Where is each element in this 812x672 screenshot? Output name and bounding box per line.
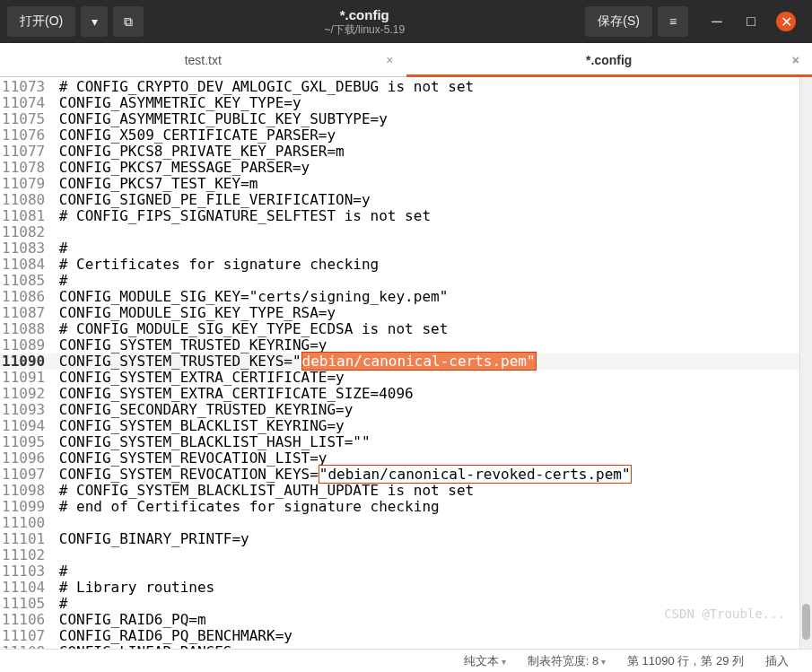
editor-line[interactable]: 11098 # CONFIG_SYSTEM_BLACKLIST_AUTH_UPD…: [0, 483, 812, 499]
line-number: 11098: [0, 483, 50, 499]
editor-line[interactable]: 11086 CONFIG_MODULE_SIG_KEY="certs/signi…: [0, 289, 812, 305]
editor-line[interactable]: 11100: [0, 515, 812, 531]
save-button[interactable]: 保存(S): [585, 6, 652, 37]
line-content[interactable]: # CONFIG_SYSTEM_BLACKLIST_AUTH_UPDATE is…: [50, 483, 812, 499]
editor-area[interactable]: CSDN @Trouble... 11073 # CONFIG_CRYPTO_D…: [0, 77, 812, 649]
editor-line[interactable]: 11091 CONFIG_SYSTEM_EXTRA_CERTIFICATE=y: [0, 370, 812, 386]
open-dropdown-button[interactable]: ▾: [81, 6, 108, 37]
line-content[interactable]: CONFIG_SYSTEM_EXTRA_CERTIFICATE_SIZE=409…: [50, 386, 812, 402]
editor-line[interactable]: 11083 #: [0, 240, 812, 257]
line-content[interactable]: #: [50, 596, 812, 612]
vertical-scrollbar[interactable]: [799, 77, 812, 649]
line-content[interactable]: CONFIG_ASYMMETRIC_PUBLIC_KEY_SUBTYPE=y: [50, 111, 812, 127]
editor-line[interactable]: 11107 CONFIG_RAID6_PQ_BENCHMARK=y: [0, 628, 812, 644]
editor-line[interactable]: 11082: [0, 224, 812, 240]
line-content[interactable]: CONFIG_RAID6_PQ_BENCHMARK=y: [50, 628, 812, 644]
line-content[interactable]: CONFIG_SECONDARY_TRUSTED_KEYRING=y: [50, 402, 812, 418]
window-title-area: *.config ~/下载/linux-5.19: [149, 7, 580, 36]
editor-line[interactable]: 11094 CONFIG_SYSTEM_BLACKLIST_KEYRING=y: [0, 418, 812, 434]
tab-bar: test.txt × *.config ×: [0, 43, 812, 77]
status-syntax[interactable]: 纯文本: [455, 653, 515, 669]
editor-line[interactable]: 11093 CONFIG_SECONDARY_TRUSTED_KEYRING=y: [0, 402, 812, 418]
selection[interactable]: debian/canonical-certs.pem": [301, 352, 537, 371]
line-number: 11085: [0, 273, 50, 289]
tab-close-button[interactable]: ×: [792, 53, 799, 67]
minimize-icon: ─: [712, 13, 721, 30]
new-tab-button[interactable]: ⧉: [113, 6, 144, 37]
editor-line[interactable]: 11105 #: [0, 596, 812, 612]
editor-line[interactable]: 11102: [0, 547, 812, 563]
editor-line[interactable]: 11092 CONFIG_SYSTEM_EXTRA_CERTIFICATE_SI…: [0, 386, 812, 402]
line-content[interactable]: CONFIG_RAID6_PQ=m: [50, 612, 812, 628]
line-content[interactable]: [50, 515, 812, 531]
line-content[interactable]: # Certificates for signature checking: [50, 257, 812, 273]
editor-line[interactable]: 11078 CONFIG_PKCS7_MESSAGE_PARSER=y: [0, 160, 812, 176]
editor-line[interactable]: 11075 CONFIG_ASYMMETRIC_PUBLIC_KEY_SUBTY…: [0, 111, 812, 127]
line-content[interactable]: CONFIG_PKCS7_MESSAGE_PARSER=y: [50, 160, 812, 176]
line-content[interactable]: #: [50, 273, 812, 289]
line-content[interactable]: [50, 547, 812, 563]
line-content[interactable]: # CONFIG_MODULE_SIG_KEY_TYPE_ECDSA is no…: [50, 321, 812, 337]
editor-line[interactable]: 11076 CONFIG_X509_CERTIFICATE_PARSER=y: [0, 127, 812, 144]
minimize-button[interactable]: ─: [708, 13, 726, 31]
editor-line[interactable]: 11108 CONFIG_LINEAR_RANGES=y: [0, 644, 812, 649]
editor-line[interactable]: 11106 CONFIG_RAID6_PQ=m: [0, 612, 812, 628]
editor-line[interactable]: 11095 CONFIG_SYSTEM_BLACKLIST_HASH_LIST=…: [0, 434, 812, 450]
line-content[interactable]: CONFIG_SYSTEM_BLACKLIST_HASH_LIST="": [50, 434, 812, 450]
line-number: 11080: [0, 192, 50, 208]
line-number: 11083: [0, 240, 50, 257]
close-button[interactable]: ✕: [776, 12, 796, 31]
line-content[interactable]: CONFIG_X509_CERTIFICATE_PARSER=y: [50, 127, 812, 144]
line-number: 11106: [0, 612, 50, 628]
line-content[interactable]: [50, 224, 812, 240]
window-subtitle: ~/下载/linux-5.19: [149, 23, 580, 36]
line-content[interactable]: #: [50, 563, 812, 580]
line-content[interactable]: # Library routines: [50, 580, 812, 596]
tab-test-txt[interactable]: test.txt ×: [0, 43, 406, 76]
line-content[interactable]: CONFIG_PKCS7_TEST_KEY=m: [50, 176, 812, 192]
line-content[interactable]: CONFIG_LINEAR_RANGES=y: [50, 644, 812, 649]
line-content[interactable]: CONFIG_PKCS8_PRIVATE_KEY_PARSER=m: [50, 144, 812, 160]
line-content[interactable]: CONFIG_SYSTEM_EXTRA_CERTIFICATE=y: [50, 370, 812, 386]
line-content[interactable]: CONFIG_SYSTEM_BLACKLIST_KEYRING=y: [50, 418, 812, 434]
line-content[interactable]: # end of Certificates for signature chec…: [50, 499, 812, 515]
editor-line[interactable]: 11084 # Certificates for signature check…: [0, 257, 812, 273]
status-mode[interactable]: 插入: [756, 653, 798, 669]
line-number: 11079: [0, 176, 50, 192]
editor-line[interactable]: 11073 # CONFIG_CRYPTO_DEV_AMLOGIC_GXL_DE…: [0, 79, 812, 95]
scroll-thumb[interactable]: [802, 604, 810, 640]
editor-line[interactable]: 11103 #: [0, 563, 812, 580]
line-content[interactable]: CONFIG_SYSTEM_REVOCATION_KEYS="debian/ca…: [50, 467, 812, 483]
maximize-button[interactable]: □: [742, 13, 760, 31]
editor-line[interactable]: 11081 # CONFIG_FIPS_SIGNATURE_SELFTEST i…: [0, 208, 812, 224]
editor-line[interactable]: 11090 CONFIG_SYSTEM_TRUSTED_KEYS="debian…: [0, 353, 812, 370]
line-content[interactable]: CONFIG_ASYMMETRIC_KEY_TYPE=y: [50, 95, 812, 111]
line-number: 11103: [0, 563, 50, 580]
line-content[interactable]: # CONFIG_CRYPTO_DEV_AMLOGIC_GXL_DEBUG is…: [50, 79, 812, 95]
editor-line[interactable]: 11101 CONFIG_BINARY_PRINTF=y: [0, 531, 812, 547]
editor-line[interactable]: 11074 CONFIG_ASYMMETRIC_KEY_TYPE=y: [0, 95, 812, 111]
tab-close-button[interactable]: ×: [386, 53, 393, 67]
line-content[interactable]: CONFIG_BINARY_PRINTF=y: [50, 531, 812, 547]
hamburger-menu-button[interactable]: ≡: [658, 6, 688, 37]
editor-line[interactable]: 11097 CONFIG_SYSTEM_REVOCATION_KEYS="deb…: [0, 467, 812, 483]
line-content[interactable]: CONFIG_SIGNED_PE_FILE_VERIFICATION=y: [50, 192, 812, 208]
editor-line[interactable]: 11087 CONFIG_MODULE_SIG_KEY_TYPE_RSA=y: [0, 305, 812, 321]
line-content[interactable]: CONFIG_MODULE_SIG_KEY_TYPE_RSA=y: [50, 305, 812, 321]
line-number: 11108: [0, 644, 50, 649]
open-button[interactable]: 打开(O): [7, 6, 75, 37]
tab-config[interactable]: *.config ×: [406, 43, 813, 76]
editor-line[interactable]: 11099 # end of Certificates for signatur…: [0, 499, 812, 515]
editor-line[interactable]: 11080 CONFIG_SIGNED_PE_FILE_VERIFICATION…: [0, 192, 812, 208]
line-content[interactable]: CONFIG_SYSTEM_TRUSTED_KEYS="debian/canon…: [50, 353, 812, 370]
status-tabwidth[interactable]: 制表符宽度: 8: [519, 653, 615, 669]
editor-line[interactable]: 11104 # Library routines: [0, 580, 812, 596]
editor-line[interactable]: 11085 #: [0, 273, 812, 289]
editor-line[interactable]: 11079 CONFIG_PKCS7_TEST_KEY=m: [0, 176, 812, 192]
line-content[interactable]: #: [50, 240, 812, 257]
status-bar: 纯文本 制表符宽度: 8 第 11090 行，第 29 列 插入: [0, 649, 812, 672]
editor-line[interactable]: 11077 CONFIG_PKCS8_PRIVATE_KEY_PARSER=m: [0, 144, 812, 160]
line-content[interactable]: # CONFIG_FIPS_SIGNATURE_SELFTEST is not …: [50, 208, 812, 224]
line-content[interactable]: CONFIG_MODULE_SIG_KEY="certs/signing_key…: [50, 289, 812, 305]
editor-line[interactable]: 11088 # CONFIG_MODULE_SIG_KEY_TYPE_ECDSA…: [0, 321, 812, 337]
